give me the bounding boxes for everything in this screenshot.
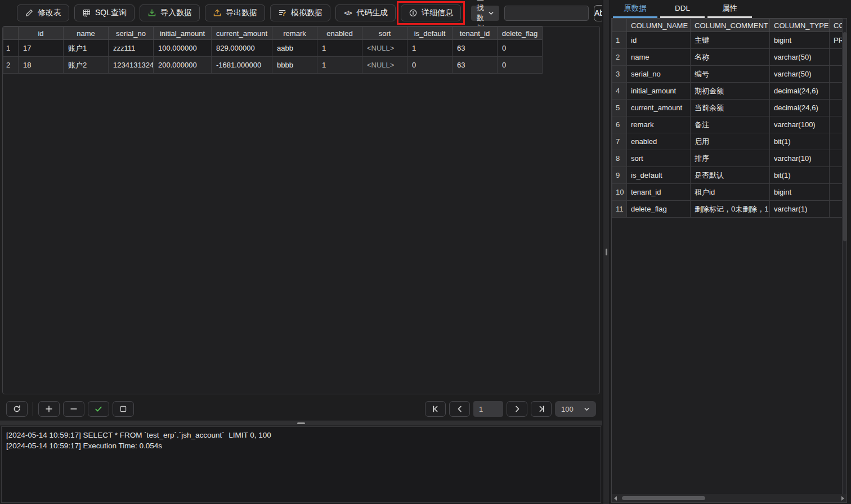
row-number-cell[interactable]: 4 xyxy=(612,83,627,100)
row-number-cell[interactable]: 11 xyxy=(612,201,627,218)
data-cell[interactable]: 1234131324 xyxy=(109,57,154,74)
data-cell[interactable]: current_amount xyxy=(627,100,691,116)
data-cell[interactable]: name xyxy=(627,49,691,66)
data-cell[interactable]: 启用 xyxy=(691,133,770,150)
column-header-sort[interactable]: sort xyxy=(362,27,407,40)
find-data-dropdown[interactable]: 查找数据 xyxy=(471,6,499,21)
data-cell[interactable]: delete_flag xyxy=(627,201,691,218)
column-header-COLUMN_NAME[interactable]: COLUMN_NAME xyxy=(627,19,691,32)
data-cell[interactable]: 200.000000 xyxy=(154,57,212,74)
data-cell[interactable]: 1 xyxy=(407,40,453,57)
toolbar-button-import[interactable]: 导入数据 xyxy=(140,4,200,21)
row-number-cell[interactable]: 2 xyxy=(3,57,19,74)
data-cell[interactable]: 账户2 xyxy=(64,57,109,74)
toolbar-button-table-search[interactable]: SQL查询 xyxy=(74,4,135,21)
toolbar-button-export[interactable]: 导出数据 xyxy=(205,4,265,21)
data-cell[interactable]: zzz111 xyxy=(109,40,154,57)
row-number-cell[interactable]: 6 xyxy=(612,116,627,133)
tab-属性[interactable]: 属性 xyxy=(707,0,752,18)
data-cell[interactable]: bigint xyxy=(770,32,830,49)
data-cell[interactable]: 18 xyxy=(19,57,64,74)
toolbar-button-info[interactable]: 详细信息 xyxy=(401,4,461,21)
data-cell[interactable]: 100.000000 xyxy=(154,40,212,57)
data-cell[interactable]: 1 xyxy=(317,40,362,57)
scroll-left-arrow-icon[interactable] xyxy=(612,494,620,502)
scroll-right-arrow-icon[interactable] xyxy=(839,494,846,502)
data-cell[interactable]: varchar(50) xyxy=(770,49,830,66)
last-page-button[interactable] xyxy=(531,401,552,417)
data-cell[interactable]: 主键 xyxy=(691,32,770,49)
data-cell[interactable]: remark xyxy=(627,116,691,133)
data-cell[interactable]: tenant_id xyxy=(627,184,691,201)
column-header-COLUMN_TYPE[interactable]: COLUMN_TYPE xyxy=(770,19,830,32)
column-header-initial_amount[interactable]: initial_amount xyxy=(154,27,212,40)
column-header-enabled[interactable]: enabled xyxy=(317,27,362,40)
row-number-cell[interactable]: 9 xyxy=(612,167,627,184)
row-number-cell[interactable]: 2 xyxy=(612,49,627,66)
data-cell[interactable]: 租户id xyxy=(691,184,770,201)
data-cell[interactable]: varchar(100) xyxy=(770,116,830,133)
row-number-cell[interactable]: 8 xyxy=(612,150,627,167)
toolbar-button-code[interactable]: </>代码生成 xyxy=(335,4,396,21)
data-cell[interactable]: serial_no xyxy=(627,66,691,83)
data-cell[interactable]: 当前余额 xyxy=(691,100,770,116)
data-cell[interactable]: bbbb xyxy=(272,57,317,74)
column-header-is_default[interactable]: is_default xyxy=(407,27,453,40)
data-cell[interactable]: is_default xyxy=(627,167,691,184)
column-header-tenant_id[interactable]: tenant_id xyxy=(453,27,498,40)
row-number-cell[interactable]: 10 xyxy=(612,184,627,201)
data-cell[interactable]: varchar(50) xyxy=(770,66,830,83)
check-button[interactable] xyxy=(88,401,109,417)
data-cell[interactable]: 0 xyxy=(498,40,543,57)
minus-button[interactable] xyxy=(63,401,84,417)
data-cell[interactable]: 备注 xyxy=(691,116,770,133)
data-cell[interactable]: initial_amount xyxy=(627,83,691,100)
row-number-cell[interactable]: 7 xyxy=(612,133,627,150)
refresh-button[interactable] xyxy=(6,401,28,417)
next-page-button[interactable] xyxy=(507,401,527,417)
horizontal-scrollbar[interactable] xyxy=(612,494,846,502)
first-page-button[interactable] xyxy=(425,401,446,417)
page-size-select[interactable]: 100 xyxy=(555,401,596,417)
horizontal-scrollbar-track[interactable] xyxy=(620,494,839,502)
row-number-cell[interactable]: 5 xyxy=(612,100,627,116)
data-cell[interactable]: id xyxy=(627,32,691,49)
data-cell[interactable]: varchar(10) xyxy=(770,150,830,167)
data-cell[interactable]: 17 xyxy=(19,40,64,57)
data-cell[interactable]: 63 xyxy=(453,40,498,57)
square-button[interactable] xyxy=(113,401,134,417)
vertical-scrollbar-thumb[interactable] xyxy=(843,32,846,241)
search-input[interactable] xyxy=(504,6,589,21)
vertical-splitter[interactable] xyxy=(602,0,610,504)
horizontal-splitter[interactable] xyxy=(0,420,602,426)
tab-DDL[interactable]: DDL xyxy=(660,0,705,18)
column-header-remark[interactable]: remark xyxy=(272,27,317,40)
data-cell[interactable]: -1681.000000 xyxy=(212,57,272,74)
data-cell[interactable]: aabb xyxy=(272,40,317,57)
row-number-cell[interactable]: 1 xyxy=(612,32,627,49)
vertical-scrollbar[interactable] xyxy=(842,19,846,494)
page-number-input[interactable] xyxy=(473,401,503,417)
data-cell[interactable]: decimal(24,6) xyxy=(770,100,830,116)
data-cell[interactable]: enabled xyxy=(627,133,691,150)
data-cell[interactable]: bigint xyxy=(770,184,830,201)
data-cell[interactable]: 排序 xyxy=(691,150,770,167)
data-cell[interactable]: 名称 xyxy=(691,49,770,66)
data-cell[interactable]: 0 xyxy=(407,57,453,74)
data-cell[interactable]: 1 xyxy=(317,57,362,74)
column-header-COLUMN_COMMENT[interactable]: COLUMN_COMMENT xyxy=(691,19,770,32)
data-cell[interactable]: varchar(1) xyxy=(770,201,830,218)
column-header-id[interactable]: id xyxy=(19,27,64,40)
horizontal-scrollbar-thumb[interactable] xyxy=(622,496,705,500)
tab-原数据[interactable]: 原数据 xyxy=(613,0,657,18)
data-cell[interactable]: sort xyxy=(627,150,691,167)
data-cell[interactable]: 63 xyxy=(453,57,498,74)
column-header-delete_flag[interactable]: delete_flag xyxy=(498,27,543,40)
data-cell[interactable]: 删除标记，0未删除，1... xyxy=(691,201,770,218)
data-cell[interactable]: 0 xyxy=(498,57,543,74)
data-cell[interactable]: decimal(24,6) xyxy=(770,83,830,100)
row-number-cell[interactable]: 1 xyxy=(3,40,19,57)
column-header-serial_no[interactable]: serial_no xyxy=(109,27,154,40)
plus-button[interactable] xyxy=(38,401,60,417)
data-cell[interactable]: 编号 xyxy=(691,66,770,83)
